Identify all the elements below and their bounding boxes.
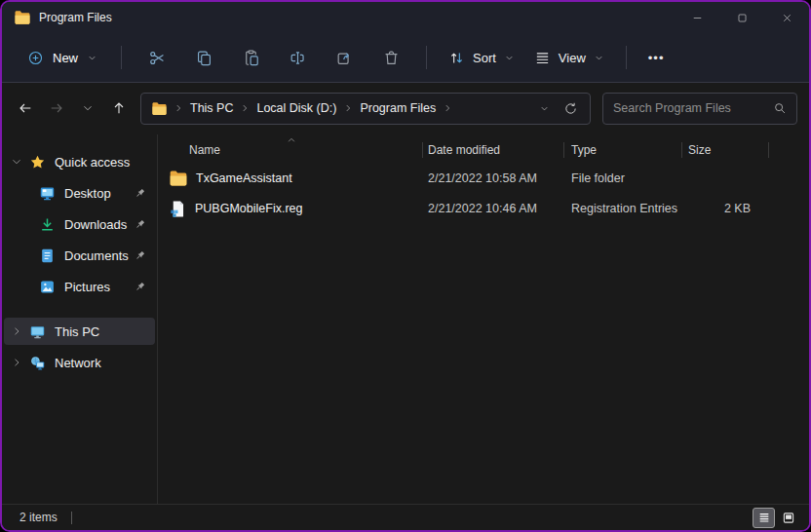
refresh-icon[interactable] bbox=[563, 101, 578, 116]
up-button[interactable] bbox=[103, 93, 135, 124]
close-button[interactable] bbox=[764, 2, 809, 33]
chevron-right-icon[interactable] bbox=[343, 103, 353, 113]
see-more-button[interactable]: ••• bbox=[638, 45, 675, 71]
content-area: Quick access Desktop bbox=[2, 134, 809, 504]
details-view-button[interactable] bbox=[753, 508, 775, 528]
plus-circle-icon bbox=[27, 50, 44, 66]
chevron-right-icon[interactable] bbox=[443, 103, 452, 113]
pictures-icon bbox=[39, 279, 56, 295]
expand-chevron[interactable] bbox=[4, 156, 29, 168]
breadcrumb-program-files[interactable]: Program Files bbox=[355, 98, 441, 118]
file-name: TxGameAssistant bbox=[196, 171, 292, 185]
expand-chevron[interactable] bbox=[4, 325, 29, 337]
cut-icon bbox=[148, 49, 167, 67]
back-button[interactable] bbox=[10, 93, 41, 124]
network-icon bbox=[29, 355, 46, 371]
file-size: 2 KB bbox=[682, 202, 769, 215]
toolbar-divider bbox=[426, 46, 427, 69]
chevron-right-icon bbox=[11, 325, 22, 337]
view-button[interactable]: View bbox=[524, 43, 614, 73]
chevron-down-icon bbox=[82, 102, 94, 114]
new-button-label: New bbox=[53, 51, 78, 65]
item-count: 2 items bbox=[19, 511, 58, 524]
file-date-modified: 2/21/2022 10:46 AM bbox=[423, 202, 564, 215]
file-name: PUBGMobileFix.reg bbox=[195, 202, 302, 215]
address-bar[interactable]: This PC Local Disk (D:) Program Files bbox=[140, 93, 591, 125]
breadcrumb-local-disk-d[interactable]: Local Disk (D:) bbox=[251, 98, 341, 118]
close-icon bbox=[781, 12, 793, 24]
sidebar-item-quick-access[interactable]: Quick access bbox=[4, 148, 155, 175]
file-row-txgameassistant[interactable]: TxGameAssistant 2/21/2022 10:58 AM File … bbox=[158, 164, 809, 193]
search-icon[interactable] bbox=[773, 101, 787, 115]
this-pc-icon bbox=[29, 323, 46, 340]
file-type: File folder bbox=[564, 171, 682, 185]
chevron-right-icon bbox=[11, 357, 22, 368]
sidebar-item-this-pc[interactable]: This PC bbox=[4, 318, 155, 345]
expand-chevron[interactable] bbox=[4, 357, 29, 368]
chevron-down-icon bbox=[504, 53, 515, 63]
maximize-button[interactable] bbox=[719, 2, 764, 33]
sidebar-item-documents[interactable]: Documents bbox=[4, 242, 155, 269]
navigation-pane: Quick access Desktop bbox=[2, 134, 158, 504]
copy-icon bbox=[195, 49, 213, 67]
sidebar-item-pictures[interactable]: Pictures bbox=[4, 273, 155, 300]
view-icon bbox=[534, 50, 551, 66]
chevron-right-icon[interactable] bbox=[174, 103, 183, 113]
chevron-down-icon bbox=[87, 53, 97, 63]
folder-icon bbox=[14, 9, 31, 26]
documents-icon bbox=[39, 247, 56, 264]
chevron-down-icon bbox=[11, 156, 22, 168]
paste-button[interactable] bbox=[227, 39, 274, 76]
downloads-icon bbox=[39, 216, 56, 233]
forward-button[interactable] bbox=[41, 93, 72, 124]
share-icon bbox=[335, 49, 354, 67]
sidebar-item-downloads[interactable]: Downloads bbox=[4, 210, 155, 238]
sidebar-item-label: This PC bbox=[55, 324, 99, 339]
chevron-right-icon[interactable] bbox=[240, 103, 250, 113]
column-header-type[interactable]: Type bbox=[564, 137, 682, 163]
sidebar-item-label: Network bbox=[55, 356, 101, 370]
sidebar-item-desktop[interactable]: Desktop bbox=[4, 179, 155, 207]
recent-locations-button[interactable] bbox=[72, 93, 103, 124]
rename-button[interactable] bbox=[274, 39, 321, 76]
search-input[interactable] bbox=[613, 101, 773, 115]
rename-icon bbox=[289, 49, 307, 67]
pin-icon bbox=[134, 187, 146, 200]
sidebar-item-label: Quick access bbox=[55, 155, 130, 170]
sidebar-item-label: Documents bbox=[64, 248, 129, 263]
sidebar-item-label: Pictures bbox=[64, 280, 110, 294]
sidebar-item-network[interactable]: Network bbox=[4, 349, 155, 376]
navigation-bar: This PC Local Disk (D:) Program Files bbox=[2, 83, 809, 133]
file-date-modified: 2/21/2022 10:58 AM bbox=[423, 171, 564, 185]
maximize-icon bbox=[736, 12, 749, 24]
copy-button[interactable] bbox=[180, 39, 227, 76]
sort-icon bbox=[448, 50, 465, 66]
view-button-label: View bbox=[559, 51, 586, 65]
address-dropdown-icon[interactable] bbox=[539, 103, 550, 114]
command-bar: New bbox=[2, 33, 809, 83]
column-header-date-modified[interactable]: Date modified bbox=[423, 137, 564, 163]
toolbar-divider bbox=[121, 46, 122, 69]
column-header-name[interactable]: Name bbox=[158, 137, 423, 163]
star-icon bbox=[29, 154, 46, 171]
registry-file-icon bbox=[169, 200, 187, 218]
file-explorer-window: Program Files New bbox=[0, 0, 811, 532]
breadcrumb-this-pc[interactable]: This PC bbox=[185, 98, 238, 118]
sort-button[interactable]: Sort bbox=[439, 43, 524, 73]
sidebar-item-label: Desktop bbox=[64, 186, 111, 201]
delete-button[interactable] bbox=[367, 39, 414, 76]
window-title: Program Files bbox=[39, 11, 112, 24]
arrow-left-icon bbox=[18, 100, 33, 116]
column-header-size[interactable]: Size bbox=[682, 137, 769, 163]
toolbar-divider bbox=[626, 46, 627, 69]
new-button[interactable]: New bbox=[16, 43, 109, 73]
minimize-button[interactable] bbox=[675, 2, 719, 33]
status-divider bbox=[71, 512, 72, 524]
arrow-right-icon bbox=[49, 100, 64, 116]
cut-button[interactable] bbox=[134, 39, 180, 76]
file-list: Name Date modified Type Size TxGameAssis… bbox=[158, 134, 809, 504]
share-button[interactable] bbox=[321, 39, 367, 76]
column-headers: Name Date modified Type Size bbox=[158, 137, 809, 163]
large-icons-view-button[interactable] bbox=[777, 508, 799, 528]
file-row-pubgmobilefix-reg[interactable]: PUBGMobileFix.reg 2/21/2022 10:46 AM Reg… bbox=[158, 194, 809, 223]
